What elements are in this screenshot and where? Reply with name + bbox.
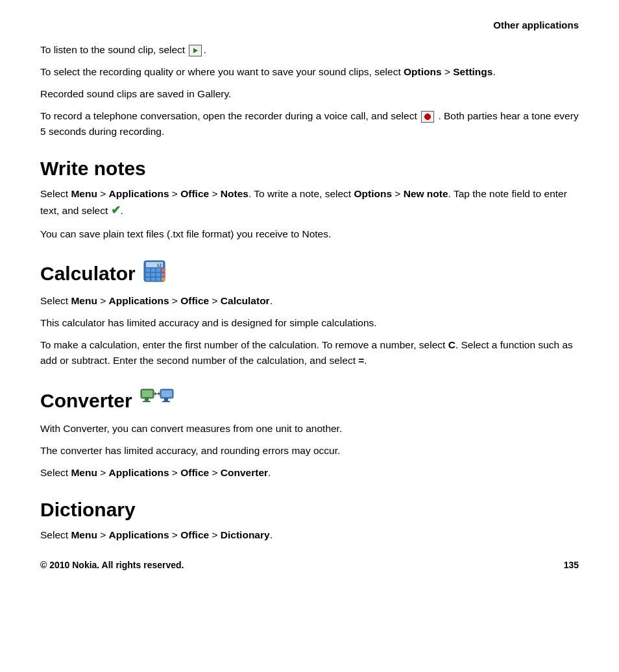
- converter-body3: Select Menu > Applications > Office > Co…: [40, 465, 579, 481]
- svg-rect-21: [162, 390, 172, 397]
- calculator-body3: To make a calculation, enter the first n…: [40, 337, 579, 368]
- svg-rect-15: [162, 278, 165, 281]
- play-icon: [189, 45, 202, 56]
- calculator-body2: This calculator has limited accuracy and…: [40, 315, 579, 331]
- conv-applications: Applications: [109, 467, 169, 478]
- intro-line1-text: To listen to the sound clip, select: [40, 44, 185, 55]
- dictionary-body1: Select Menu > Applications > Office > Di…: [40, 527, 579, 543]
- checkmark-icon: ✔: [111, 204, 121, 217]
- svg-rect-10: [156, 273, 160, 276]
- converter-icon: [140, 387, 174, 414]
- converter-title-text: Converter: [40, 390, 132, 412]
- dictionary-title-text: Dictionary: [40, 499, 136, 521]
- page: Other applications To listen to the soun…: [0, 0, 619, 588]
- page-footer: © 2010 Nokia. All rights reserved. 135: [40, 560, 579, 570]
- svg-rect-23: [162, 401, 170, 402]
- header-title: Other applications: [493, 19, 579, 30]
- svg-rect-22: [164, 398, 168, 401]
- svg-rect-6: [156, 269, 160, 272]
- dictionary-title: Dictionary: [40, 499, 579, 521]
- wn-options: Options: [354, 188, 392, 199]
- svg-rect-18: [145, 398, 149, 401]
- svg-rect-5: [151, 269, 155, 272]
- svg-rect-19: [143, 401, 151, 402]
- intro-para-4: To record a telephone conversation, open…: [40, 108, 579, 139]
- write-notes-title-text: Write notes: [40, 158, 146, 180]
- intro-para-2: To select the recording quality or where…: [40, 64, 579, 80]
- wn-menu: Menu: [71, 188, 97, 199]
- converter-title: Converter: [40, 387, 579, 414]
- dict-office: Office: [180, 529, 209, 540]
- page-header: Other applications: [40, 19, 579, 30]
- section-write-notes: Write notes Select Menu > Applications >…: [40, 158, 579, 242]
- wn-notes: Notes: [221, 188, 249, 199]
- section-dictionary: Dictionary Select Menu > Applications > …: [40, 499, 579, 543]
- intro-gt1: >: [444, 66, 453, 77]
- calc-applications: Applications: [109, 295, 169, 306]
- svg-rect-4: [146, 269, 150, 272]
- wn-applications: Applications: [109, 188, 169, 199]
- calc-calculator: Calculator: [221, 295, 270, 306]
- intro-para-1: To listen to the sound clip, select .: [40, 42, 579, 58]
- svg-rect-7: [162, 269, 165, 272]
- conv-office: Office: [180, 467, 209, 478]
- wn-newnote: New note: [404, 188, 448, 199]
- svg-rect-14: [156, 278, 160, 281]
- calc-eq: =: [358, 355, 364, 366]
- svg-rect-9: [151, 273, 155, 276]
- conv-converter: Converter: [221, 467, 268, 478]
- section-converter: Converter: [40, 387, 579, 481]
- calculator-title: Calculator 12: [40, 260, 579, 287]
- record-icon: [421, 111, 434, 123]
- intro-line2-part1: To select the recording quality or where…: [40, 66, 401, 77]
- write-notes-body1: Select Menu > Applications > Office > No…: [40, 186, 579, 220]
- intro-settings-bold: Settings: [453, 66, 492, 77]
- copyright-text: © 2010 Nokia. All rights reserved.: [40, 560, 184, 570]
- page-number: 135: [564, 560, 579, 570]
- red-dot-icon: [424, 114, 431, 120]
- intro-para-3: Recorded sound clips are saved in Galler…: [40, 86, 579, 102]
- intro-options-bold: Options: [404, 66, 442, 77]
- svg-rect-13: [151, 278, 155, 281]
- svg-rect-11: [162, 273, 165, 276]
- intro-line4-part1: To record a telephone conversation, open…: [40, 110, 417, 121]
- converter-body1: With Converter, you can convert measures…: [40, 421, 579, 437]
- dict-applications: Applications: [109, 529, 169, 540]
- calculator-title-text: Calculator: [40, 263, 136, 285]
- svg-text:12: 12: [156, 263, 162, 267]
- svg-rect-17: [142, 390, 152, 397]
- write-notes-title: Write notes: [40, 158, 579, 180]
- calculator-body1: Select Menu > Applications > Office > Ca…: [40, 293, 579, 309]
- write-notes-body2: You can save plain text files (.txt file…: [40, 226, 579, 242]
- wn-office: Office: [180, 188, 209, 199]
- calc-c: C: [448, 339, 455, 350]
- conv-menu: Menu: [71, 467, 97, 478]
- section-calculator: Calculator 12: [40, 260, 579, 368]
- intro-line3: Recorded sound clips are saved in Galler…: [40, 88, 231, 99]
- dict-dictionary: Dictionary: [221, 529, 270, 540]
- calculator-icon: 12: [143, 260, 165, 287]
- calc-menu: Menu: [71, 295, 97, 306]
- dict-menu: Menu: [71, 529, 97, 540]
- converter-body2: The converter has limited accuracy, and …: [40, 443, 579, 459]
- svg-rect-12: [146, 278, 150, 281]
- svg-rect-8: [146, 273, 150, 276]
- calc-office: Office: [180, 295, 209, 306]
- svg-marker-0: [193, 48, 198, 53]
